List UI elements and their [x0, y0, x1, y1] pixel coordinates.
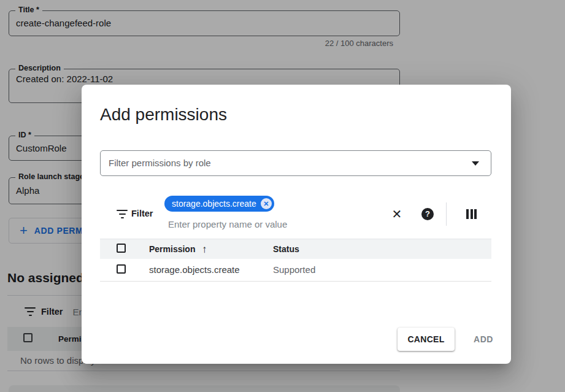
chip-remove-icon[interactable]: ✕: [261, 198, 272, 209]
help-icon[interactable]: ?: [421, 208, 434, 220]
sort-ascending-icon[interactable]: ↑: [202, 239, 207, 259]
filter-chip-label: storage.objects.create: [172, 199, 256, 209]
filter-by-role-placeholder: Filter permissions by role: [109, 151, 211, 175]
filter-funnel-icon: [117, 210, 128, 218]
clear-filter-icon[interactable]: ✕: [390, 207, 404, 221]
status-cell: Supported: [273, 259, 315, 281]
chevron-down-icon: [472, 161, 479, 166]
table-row[interactable]: storage.objects.create Supported: [100, 259, 491, 282]
add-permissions-dialog: Add permissions Filter permissions by ro…: [82, 85, 511, 364]
filter-by-role-dropdown[interactable]: Filter permissions by role: [100, 150, 491, 176]
dialog-title: Add permissions: [100, 105, 227, 125]
permissions-table-header: Permission ↑ Status: [100, 239, 491, 259]
status-column-header: Status: [273, 239, 299, 259]
add-button[interactable]: ADD: [463, 328, 504, 351]
select-all-checkbox[interactable]: [117, 244, 126, 253]
filter-input[interactable]: Enter property name or value: [168, 219, 287, 229]
column-display-options-icon[interactable]: [466, 209, 477, 219]
permission-column-header[interactable]: Permission: [149, 239, 195, 259]
permission-cell: storage.objects.create: [149, 259, 240, 281]
row-checkbox[interactable]: [117, 264, 126, 274]
filter-chip[interactable]: storage.objects.create ✕: [164, 196, 274, 212]
toolbar-divider: [446, 202, 447, 226]
filter-label: Filter: [131, 209, 153, 218]
cancel-button[interactable]: CANCEL: [398, 328, 455, 351]
